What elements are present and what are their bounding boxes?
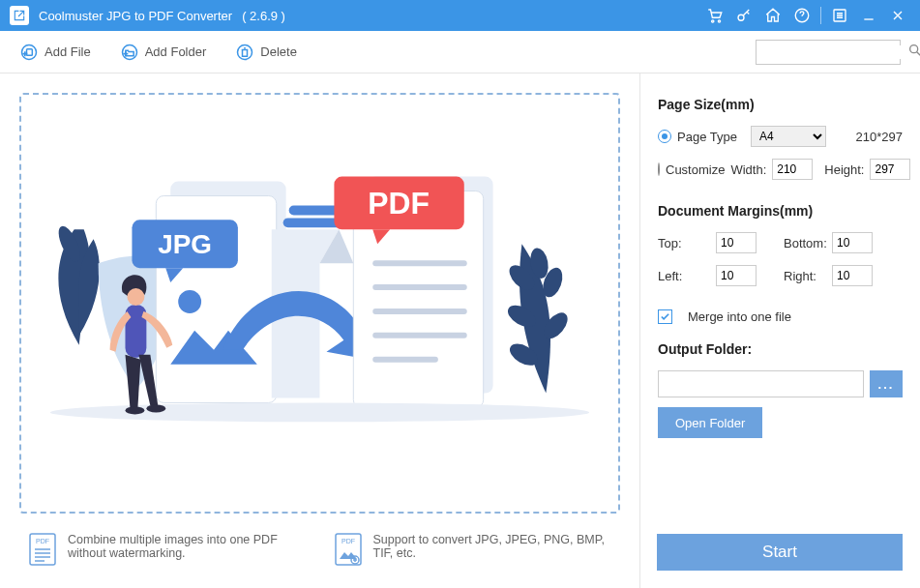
customize-label: Customize (666, 162, 725, 177)
left-panel: JPG (0, 74, 639, 588)
app-title: Coolmuster JPG to PDF Converter (39, 9, 232, 23)
pdf-badge-text: PDF (368, 186, 430, 220)
search-input[interactable] (762, 45, 907, 59)
output-path-field[interactable] (658, 370, 864, 397)
width-label: Width: (730, 162, 766, 177)
svg-rect-6 (27, 48, 33, 55)
delete-icon (235, 43, 254, 62)
svg-point-1 (718, 20, 720, 22)
start-button[interactable]: Start (657, 534, 903, 571)
app-logo-icon (10, 6, 29, 25)
margin-top-label: Top: (658, 236, 716, 250)
minimize-icon[interactable] (854, 0, 883, 31)
info-text-combine: Combine multiple images into one PDF wit… (68, 533, 306, 569)
delete-label: Delete (260, 44, 297, 59)
search-box[interactable] (756, 40, 901, 65)
add-folder-button[interactable]: Add Folder (120, 43, 207, 62)
menu-icon[interactable] (825, 0, 854, 31)
page-type-select[interactable]: A4 (751, 126, 826, 147)
page-size-heading: Page Size(mm) (658, 97, 903, 112)
svg-point-9 (910, 44, 918, 52)
cart-icon[interactable] (700, 0, 729, 31)
home-icon[interactable] (758, 0, 787, 31)
width-input[interactable] (772, 159, 813, 180)
margin-right-input[interactable] (832, 265, 873, 286)
page-type-label: Page Type (677, 130, 745, 144)
add-file-icon (19, 43, 39, 62)
add-file-label: Add File (45, 44, 91, 59)
svg-point-5 (22, 44, 37, 59)
margin-left-label: Left: (658, 269, 716, 283)
svg-point-0 (712, 20, 714, 22)
delete-button[interactable]: Delete (235, 43, 297, 62)
add-folder-label: Add Folder (145, 44, 207, 59)
key-icon[interactable] (729, 0, 758, 31)
settings-panel: Page Size(mm) Page Type A4 210*297 Custo… (639, 74, 920, 588)
pdf-doc-icon: PDF (29, 533, 56, 569)
height-label: Height: (824, 162, 864, 177)
svg-point-2 (738, 15, 744, 20)
jpg-badge-text: JPG (158, 229, 212, 259)
toolbar: Add File Add Folder Delete (0, 31, 920, 74)
info-cards: PDF Combine multiple images into one PDF… (19, 533, 620, 569)
close-icon[interactable] (883, 0, 912, 31)
height-input[interactable] (870, 159, 910, 180)
page-dimensions: 210*297 (856, 130, 903, 144)
add-folder-icon (120, 43, 139, 62)
empty-state-illustration: JPG (21, 95, 618, 451)
margin-left-input[interactable] (716, 265, 757, 286)
titlebar-separator (820, 7, 821, 24)
pdf-image-icon: PDF (335, 533, 362, 569)
svg-point-38 (127, 288, 144, 306)
add-file-button[interactable]: Add File (19, 43, 91, 62)
drop-area[interactable]: JPG (19, 93, 620, 514)
page-type-radio[interactable] (658, 130, 671, 143)
customize-radio[interactable] (658, 162, 660, 176)
svg-point-36 (125, 406, 144, 414)
svg-point-37 (146, 404, 165, 412)
merge-label: Merge into one file (688, 309, 791, 324)
margin-top-input[interactable] (716, 232, 757, 253)
svg-point-8 (238, 44, 252, 59)
browse-button[interactable]: ... (870, 370, 903, 397)
info-text-formats: Support to convert JPG, JPEG, PNG, BMP, … (373, 533, 611, 569)
margin-bottom-input[interactable] (832, 232, 873, 253)
help-icon[interactable] (787, 0, 816, 31)
open-folder-button[interactable]: Open Folder (658, 407, 762, 438)
svg-text:PDF: PDF (341, 538, 355, 544)
output-heading: Output Folder: (658, 341, 903, 357)
margin-bottom-label: Bottom: (774, 236, 832, 250)
margins-heading: Document Margins(mm) (658, 203, 903, 219)
search-icon (907, 43, 920, 62)
margin-right-label: Right: (774, 269, 832, 283)
svg-text:PDF: PDF (36, 538, 49, 544)
info-card-formats: PDF Support to convert JPG, JPEG, PNG, B… (335, 533, 611, 569)
info-card-combine: PDF Combine multiple images into one PDF… (29, 533, 306, 569)
app-version: ( 2.6.9 ) (242, 9, 285, 23)
title-bar: Coolmuster JPG to PDF Converter ( 2.6.9 … (0, 0, 920, 31)
svg-point-15 (178, 290, 201, 313)
merge-checkbox[interactable] (658, 309, 672, 324)
